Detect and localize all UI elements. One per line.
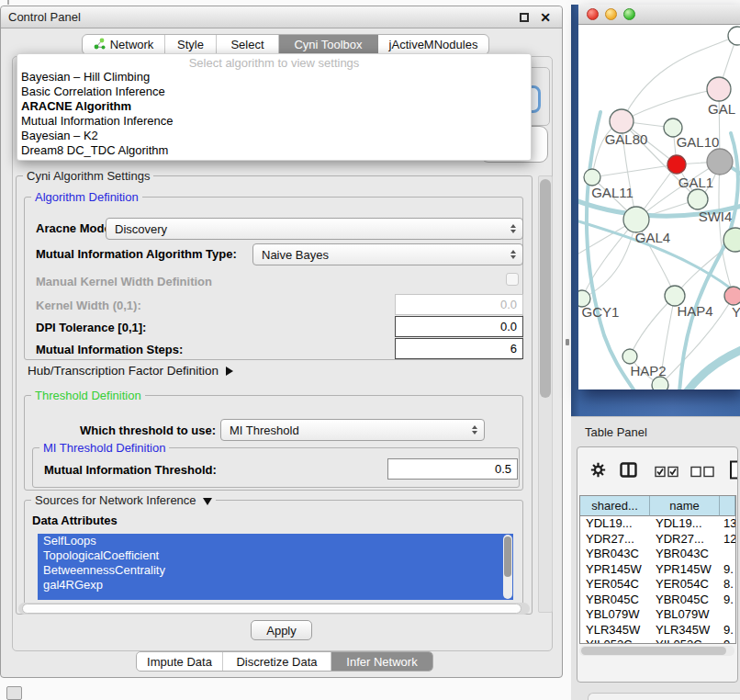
table-row[interactable]: YER054CYER054C8. — [580, 577, 735, 593]
collapsed-panel-icon[interactable] — [6, 686, 22, 700]
table-cell: 12 — [720, 532, 735, 548]
split-columns-icon[interactable] — [620, 462, 637, 481]
table-row[interactable]: YBR043CYBR043C — [580, 547, 735, 562]
algorithm-option[interactable]: Dream8 DC_TDC Algorithm — [17, 143, 531, 158]
node-label: GCY1 — [582, 304, 620, 320]
network-view-window[interactable]: GALGAL80GAL10GAL1GAL11SWI4GAL4GCY1HAP4YH… — [578, 5, 740, 390]
algorithm-option[interactable]: Bayesian – Hill Climbing — [17, 70, 531, 85]
node-label: SWI4 — [699, 209, 733, 224]
collapse-arrow-icon[interactable] — [203, 498, 212, 505]
settings-horizontal-scrollbar[interactable] — [18, 603, 530, 615]
data-attributes-label: Data Attributes — [32, 514, 118, 527]
table-cell: 9. — [720, 562, 735, 578]
table-row[interactable]: YBR045CYBR045C9. — [580, 593, 735, 608]
tab-infer-network[interactable]: Infer Network — [331, 652, 432, 671]
mi-steps-field[interactable]: 6 — [395, 338, 523, 359]
mi-algorithm-type-select[interactable]: Naive Bayes — [252, 243, 523, 265]
attribute-list[interactable]: SelfLoopsTopologicalCoefficientBetweenne… — [38, 534, 513, 600]
dpi-tolerance-field[interactable]: 0.0 — [395, 316, 523, 337]
column-header[interactable]: name — [650, 496, 720, 516]
sources-title[interactable]: Sources for Network Inference — [31, 493, 216, 507]
deselect-all-checkboxes-icon[interactable] — [690, 465, 715, 481]
attribute-item[interactable]: SelfLoops — [38, 534, 513, 548]
algorithm-option[interactable]: Basic Correlation Inference — [17, 85, 531, 99]
split-pane-handle[interactable] — [566, 339, 569, 345]
expand-arrow-icon[interactable] — [226, 367, 233, 376]
tab-network[interactable]: Network — [83, 35, 165, 54]
tab-discretize-data[interactable]: Discretize Data — [223, 652, 331, 671]
network-node[interactable] — [652, 377, 668, 390]
network-edge — [592, 164, 677, 177]
tab-impute-data[interactable]: Impute Data — [137, 652, 223, 671]
zoom-traffic-light[interactable] — [623, 8, 635, 20]
network-node[interactable] — [623, 207, 649, 232]
network-node[interactable] — [724, 287, 740, 305]
network-node[interactable] — [622, 349, 637, 364]
close-icon[interactable]: ✕ — [540, 11, 551, 24]
table-row[interactable]: YPR145WYPR145W9. — [580, 562, 735, 578]
node-label: HAP2 — [630, 363, 666, 378]
mi-threshold-definition-title: MI Threshold Definition — [39, 441, 169, 455]
select-all-checkboxes-icon[interactable] — [655, 465, 679, 481]
attribute-item[interactable]: gal4RGexp — [38, 578, 513, 593]
network-tab-icon — [94, 38, 106, 52]
tab-select[interactable]: Select — [217, 35, 279, 54]
minimize-traffic-light[interactable] — [605, 8, 617, 20]
kernel-width-field[interactable]: 0.0 — [395, 294, 523, 315]
network-node[interactable] — [728, 27, 740, 45]
network-node[interactable] — [584, 169, 600, 186]
table-row[interactable]: YDR27...YDR27...12 — [580, 532, 735, 548]
table-row[interactable]: YDL19...YDL19...13 — [580, 516, 735, 532]
apply-button[interactable]: Apply — [251, 620, 312, 640]
sources-group: Sources for Network Inference Data Attri… — [24, 500, 523, 614]
scrollbar-thumb[interactable] — [22, 604, 521, 614]
column-header[interactable]: shared... — [580, 496, 650, 516]
tab-jactivemnodules[interactable]: jActiveMNodules — [378, 35, 488, 54]
node-attribute-table[interactable]: shared...name YDL19...YDL19...13YDR27...… — [579, 495, 736, 644]
node-label: Y — [732, 304, 740, 320]
table-cell: 8. — [720, 577, 735, 593]
manual-kernel-checkbox[interactable] — [506, 273, 519, 286]
table-panel-title: Table Panel — [585, 425, 647, 439]
gear-icon[interactable] — [590, 462, 606, 481]
scrollbar-thumb[interactable] — [540, 179, 551, 398]
table-row[interactable]: YLR345WYLR345W9. — [580, 623, 735, 638]
tab-style[interactable]: Style — [165, 35, 217, 54]
aracne-mode-select[interactable]: Discovery — [106, 218, 523, 240]
algorithm-option[interactable]: Mutual Information Inference — [17, 114, 531, 129]
close-traffic-light[interactable] — [587, 8, 599, 20]
table-cell: YPR145W — [650, 562, 720, 578]
attribute-item[interactable]: BetweennessCentrality — [38, 563, 513, 578]
settings-group-title: Cyni Algorithm Settings — [23, 169, 153, 183]
table-cell: 9. — [720, 638, 735, 644]
which-threshold-select[interactable]: MI Threshold — [220, 419, 485, 441]
export-table-icon[interactable] — [729, 460, 738, 483]
network-node[interactable] — [723, 228, 740, 252]
algorithm-option[interactable]: ARACNE Algorithm — [17, 99, 531, 114]
hub-definition-toggle[interactable]: Hub/Transcription Factor Definition — [28, 364, 233, 378]
table-cell — [720, 607, 735, 623]
network-canvas[interactable]: GALGAL80GAL10GAL1GAL11SWI4GAL4GCY1HAP4YH… — [578, 25, 740, 390]
network-node[interactable] — [667, 155, 686, 174]
table-row[interactable]: YBL079WYBL079W — [580, 607, 735, 623]
algorithm-dropdown[interactable]: Select algorithm to view settings Bayesi… — [17, 53, 532, 161]
float-window-icon[interactable] — [520, 13, 529, 22]
table-cell: YBR043C — [580, 547, 650, 562]
scrollbar-thumb[interactable] — [581, 647, 726, 655]
attribute-item[interactable]: TopologicalCoefficient — [38, 548, 513, 563]
settings-vertical-scrollbar[interactable] — [538, 175, 553, 613]
network-node[interactable] — [610, 109, 633, 133]
network-node[interactable] — [707, 149, 733, 175]
mi-threshold-definition-group: MI Threshold Definition Mutual Informati… — [32, 447, 520, 488]
network-node[interactable] — [688, 189, 708, 209]
mi-threshold-field[interactable]: 0.5 — [387, 458, 518, 480]
network-node[interactable] — [707, 77, 731, 101]
table-horizontal-scrollbar[interactable] — [579, 646, 734, 656]
algorithm-option[interactable]: Bayesian – K2 — [17, 129, 531, 143]
column-header[interactable] — [720, 496, 735, 516]
table-row[interactable]: YIL052CYIL052C9. — [580, 638, 735, 644]
table-cell: YBR043C — [650, 547, 720, 562]
scrollbar-thumb[interactable] — [504, 536, 511, 577]
tab-cyni-toolbox[interactable]: Cyni Toolbox — [279, 35, 378, 54]
attribute-list-scrollbar[interactable] — [503, 535, 512, 599]
